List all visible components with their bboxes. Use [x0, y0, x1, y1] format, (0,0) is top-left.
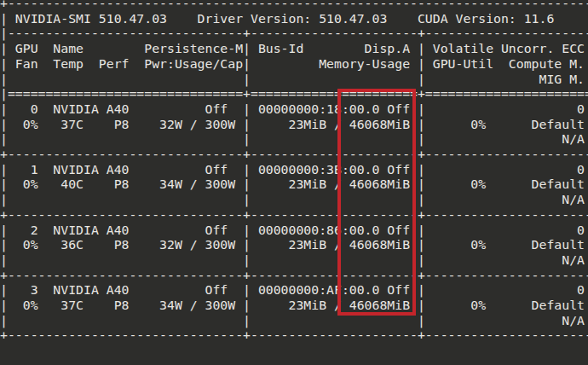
terminal-screen: +---------------------------------------… [0, 0, 588, 365]
nvidia-smi-output: +---------------------------------------… [0, 0, 588, 343]
